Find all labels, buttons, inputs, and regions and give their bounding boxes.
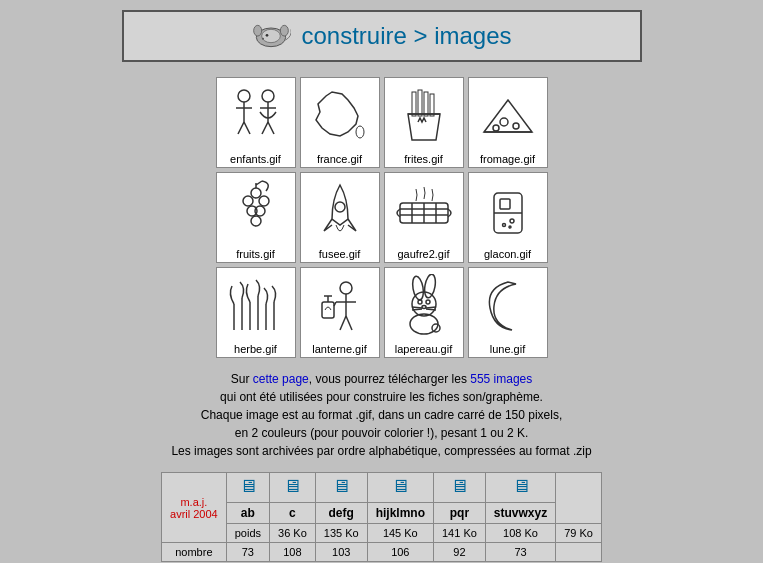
archive-label-1: c	[289, 506, 296, 520]
svg-rect-58	[322, 302, 334, 318]
image-label-fusee: fusee.gif	[319, 248, 361, 260]
row-poids-header: poids	[226, 524, 269, 543]
archive-poids-5: 79 Ko	[556, 524, 602, 543]
archive-poids-0: 36 Ko	[270, 524, 316, 543]
svg-point-22	[500, 118, 508, 126]
image-cell-lanterne[interactable]: lanterne.gif	[300, 267, 380, 358]
image-fusee	[306, 177, 374, 245]
archive-nombre-3: 106	[367, 543, 433, 562]
svg-line-69	[412, 309, 422, 310]
archive-icon-cell-0[interactable]: 🖥	[226, 473, 269, 503]
svg-rect-21	[430, 94, 434, 116]
archive-label-cell-3[interactable]: hijklmno	[367, 503, 433, 524]
archive-section: m.a.j.avril 2004🖥🖥🖥🖥🖥🖥abcdefghijklmnopqr…	[10, 472, 753, 562]
svg-point-31	[251, 216, 261, 226]
svg-point-26	[251, 188, 261, 198]
images-row-3: herbe.gif	[216, 267, 548, 358]
header: construire > images	[122, 10, 642, 62]
archive-icon-2: 🖥	[324, 476, 359, 497]
archive-icon-cell-5[interactable]: 🖥	[485, 473, 555, 503]
image-cell-gaufre[interactable]: gaufre2.gif	[384, 172, 464, 263]
image-label-enfants: enfants.gif	[230, 153, 281, 165]
svg-line-71	[426, 309, 436, 310]
image-cell-herbe[interactable]: herbe.gif	[216, 267, 296, 358]
archive-label-cell-0[interactable]: ab	[226, 503, 269, 524]
archive-nombre-1: 108	[270, 543, 316, 562]
archive-icon-cell-1[interactable]: 🖥	[270, 473, 316, 503]
image-cell-frites[interactable]: frites.gif	[384, 77, 464, 168]
image-herbe	[222, 272, 290, 340]
svg-point-1	[262, 29, 281, 42]
mouse-icon	[251, 22, 291, 50]
image-label-lapereau: lapereau.gif	[395, 343, 453, 355]
archive-label-cell-1[interactable]: c	[270, 503, 316, 524]
maj-date: avril 2004	[170, 508, 218, 520]
desc-line3: Chaque image est au format .gif, dans un…	[201, 408, 563, 422]
image-fromage	[474, 82, 542, 150]
archive-icon-cell-2[interactable]: 🖥	[315, 473, 367, 503]
archive-nombre-4: 92	[433, 543, 485, 562]
svg-line-9	[238, 122, 244, 134]
desc-line5: Les images sont archivées par ordre alph…	[171, 444, 591, 458]
svg-point-67	[422, 306, 426, 309]
image-label-frites: frites.gif	[404, 153, 443, 165]
image-cell-fruits[interactable]: fruits.gif	[216, 172, 296, 263]
svg-line-57	[346, 316, 352, 330]
image-label-lune: lune.gif	[490, 343, 525, 355]
svg-point-16	[356, 126, 364, 138]
archive-icon-4: 🖥	[442, 476, 477, 497]
image-cell-glacon[interactable]: glacon.gif	[468, 172, 548, 263]
archive-poids-1: 135 Ko	[315, 524, 367, 543]
image-label-gaufre: gaufre2.gif	[398, 248, 450, 260]
archive-label-5: stuvwxyz	[494, 506, 547, 520]
image-gaufre	[390, 177, 458, 245]
svg-point-66	[426, 300, 430, 304]
svg-point-46	[509, 226, 511, 228]
svg-point-62	[410, 275, 424, 300]
image-cell-lune[interactable]: lune.gif	[468, 267, 548, 358]
images-row-2: fruits.gif fusee.gif	[216, 172, 548, 263]
archive-label-4: pqr	[450, 506, 469, 520]
archive-poids-3: 141 Ko	[433, 524, 485, 543]
image-label-fruits: fruits.gif	[236, 248, 275, 260]
images-grid: enfants.gif france.gif	[10, 77, 753, 358]
svg-line-15	[268, 122, 274, 134]
svg-point-65	[418, 300, 422, 304]
svg-rect-20	[424, 92, 428, 116]
archive-icon-cell-4[interactable]: 🖥	[433, 473, 485, 503]
image-enfants	[222, 82, 290, 150]
image-cell-fusee[interactable]: fusee.gif	[300, 172, 380, 263]
images-row-1: enfants.gif france.gif	[216, 77, 548, 168]
svg-point-2	[254, 25, 262, 36]
archive-label-cell-5[interactable]: stuvwxyz	[485, 503, 555, 524]
desc-line2: qui ont été utilisées pour construire le…	[220, 390, 543, 404]
svg-line-33	[256, 181, 262, 185]
page-title: construire > images	[301, 22, 511, 50]
description-block: Sur cette page, vous pourrez télécharger…	[102, 370, 662, 460]
archive-nombre-0: 73	[226, 543, 269, 562]
archive-label-cell-4[interactable]: pqr	[433, 503, 485, 524]
archive-icon-cell-3[interactable]: 🖥	[367, 473, 433, 503]
image-cell-enfants[interactable]: enfants.gif	[216, 77, 296, 168]
svg-point-5	[262, 38, 264, 40]
archive-icon-3: 🖥	[376, 476, 425, 497]
image-label-herbe: herbe.gif	[234, 343, 277, 355]
svg-rect-19	[418, 90, 422, 116]
svg-point-24	[493, 125, 499, 131]
svg-point-11	[262, 90, 274, 102]
image-frites	[390, 82, 458, 150]
image-lanterne	[306, 272, 374, 340]
svg-point-53	[340, 282, 352, 294]
desc-line1: Sur cette page, vous pourrez télécharger…	[231, 372, 533, 386]
image-cell-france[interactable]: france.gif	[300, 77, 380, 168]
archive-label-2: defg	[329, 506, 354, 520]
svg-point-3	[281, 25, 289, 36]
image-label-fromage: fromage.gif	[480, 153, 535, 165]
svg-point-44	[510, 219, 514, 223]
archive-icon-1: 🖥	[278, 476, 307, 497]
svg-rect-43	[500, 199, 510, 209]
image-cell-lapereau[interactable]: lapereau.gif	[384, 267, 464, 358]
archive-label-cell-2[interactable]: defg	[315, 503, 367, 524]
image-cell-fromage[interactable]: fromage.gif	[468, 77, 548, 168]
svg-point-6	[238, 90, 250, 102]
